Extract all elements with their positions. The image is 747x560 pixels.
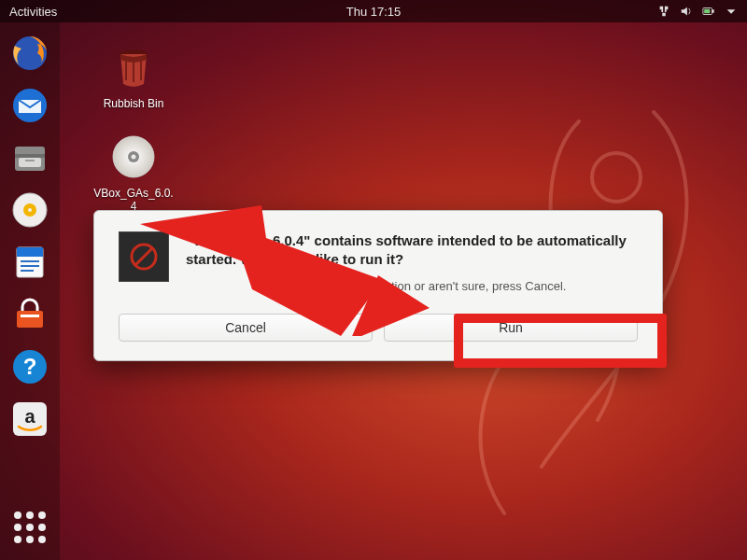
autorun-dialog: "VBox_GAs_6.0.4" contains software inten… [93, 210, 663, 361]
battery-icon [702, 5, 715, 18]
svg-text:?: ? [23, 354, 37, 379]
dialog-icon [119, 231, 169, 282]
dock-amazon[interactable]: a [7, 396, 53, 442]
svg-point-0 [592, 153, 641, 202]
dock-firefox[interactable] [7, 30, 53, 77]
run-button[interactable]: Run [384, 314, 638, 342]
desktop-icon-trash[interactable]: Rubbish Bin [92, 41, 176, 110]
svg-rect-17 [21, 265, 39, 267]
svg-rect-27 [133, 62, 134, 82]
svg-rect-7 [15, 154, 45, 158]
show-applications-button[interactable] [7, 504, 53, 551]
network-icon [657, 5, 670, 18]
svg-rect-9 [25, 160, 35, 161]
svg-rect-3 [704, 9, 710, 13]
svg-rect-18 [21, 270, 34, 272]
dock-writer[interactable] [7, 239, 53, 286]
dock-rhythmbox[interactable] [7, 187, 53, 233]
dock-thunderbird[interactable] [7, 82, 53, 129]
desktop-icon-disc[interactable]: VBox_GAs_6.0.4 [92, 131, 176, 214]
top-bar: Activities Thu 17:15 [0, 0, 747, 22]
dock-help[interactable]: ? [7, 343, 53, 390]
svg-rect-26 [125, 62, 127, 80]
status-area[interactable] [657, 5, 738, 18]
activities-button[interactable]: Activities [9, 5, 57, 19]
svg-text:a: a [24, 406, 35, 427]
svg-point-13 [28, 208, 32, 212]
no-entry-icon [128, 241, 160, 273]
desktop: Activities Thu 17:15 ? [0, 0, 747, 560]
svg-rect-2 [712, 9, 714, 13]
svg-rect-20 [21, 315, 39, 317]
svg-rect-19 [17, 311, 43, 328]
dock: ? a [0, 22, 60, 560]
svg-rect-8 [19, 158, 41, 167]
chevron-down-icon [725, 5, 738, 18]
cancel-button[interactable]: Cancel [119, 314, 373, 342]
clock[interactable]: Thu 17:15 [346, 5, 402, 19]
dock-files[interactable] [7, 134, 53, 181]
svg-rect-28 [140, 62, 142, 80]
volume-icon [680, 5, 693, 18]
dialog-subtext: If you don't trust this location or aren… [186, 279, 638, 293]
svg-line-34 [135, 248, 152, 265]
dock-software[interactable] [7, 291, 53, 338]
dialog-title: "VBox_GAs_6.0.4" contains software inten… [186, 231, 638, 270]
svg-point-32 [132, 155, 136, 160]
svg-rect-16 [21, 260, 39, 262]
svg-rect-15 [17, 247, 43, 257]
desktop-icon-trash-label: Rubbish Bin [92, 97, 176, 110]
